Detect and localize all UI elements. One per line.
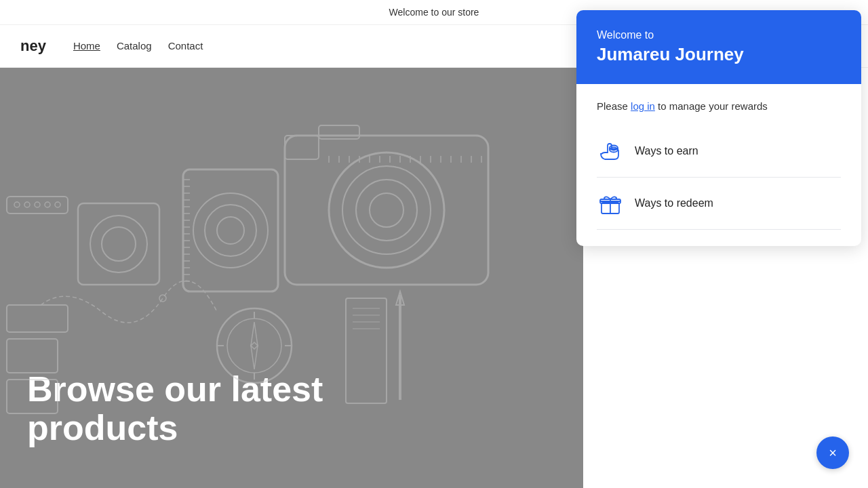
nav-links: Home Catalog Contact [73, 40, 203, 52]
rewards-welcome-to: Welcome to [597, 29, 841, 41]
hero-section: Browse our latest products [0, 0, 583, 488]
svg-point-25 [205, 205, 256, 256]
ways-to-redeem-item[interactable]: Ways to redeem [597, 178, 841, 230]
svg-point-51 [55, 202, 60, 207]
earn-label: Ways to earn [635, 145, 698, 157]
hero-illustration [0, 68, 583, 441]
svg-point-4 [370, 193, 403, 227]
svg-point-44 [90, 216, 147, 272]
redeem-icon [597, 190, 624, 217]
float-close-button[interactable]: × [816, 436, 849, 469]
svg-point-60 [227, 319, 281, 373]
rewards-body: Please log in to manage your rewards [576, 84, 861, 246]
rewards-header: Welcome to Jumareu Journey [576, 10, 861, 84]
nav-item-contact[interactable]: Contact [168, 40, 203, 52]
svg-rect-69 [7, 380, 58, 413]
ways-to-earn-item[interactable]: Ways to earn [597, 125, 841, 178]
svg-rect-68 [7, 339, 58, 373]
login-prefix: Please [597, 100, 631, 112]
svg-point-59 [217, 308, 292, 383]
svg-marker-66 [251, 346, 258, 369]
login-suffix: to manage your rewards [655, 100, 768, 112]
nav-logo: ney [20, 37, 46, 55]
rewards-panel: Welcome to Jumareu Journey Please log in… [576, 10, 861, 246]
rewards-brand-name: Jumareu Journey [597, 44, 841, 65]
announcement-text: Welcome to our store [389, 7, 479, 18]
close-icon: × [829, 446, 837, 460]
svg-point-48 [24, 202, 30, 207]
svg-point-47 [14, 202, 20, 207]
login-link[interactable]: log in [631, 100, 655, 112]
svg-rect-0 [285, 136, 488, 285]
svg-point-26 [217, 217, 244, 244]
svg-point-3 [356, 180, 417, 241]
earn-icon [597, 138, 624, 165]
svg-rect-23 [183, 169, 278, 291]
svg-marker-65 [251, 322, 258, 346]
redeem-label: Ways to redeem [635, 197, 713, 209]
svg-point-45 [102, 227, 136, 261]
page: Welcome to our store ney Home Catalog Co… [0, 0, 868, 488]
nav-item-home[interactable]: Home [73, 40, 100, 52]
nav-link-catalog[interactable]: Catalog [117, 40, 152, 52]
svg-rect-70 [7, 305, 68, 332]
svg-point-49 [35, 202, 40, 207]
nav-link-home[interactable]: Home [73, 40, 100, 52]
svg-rect-46 [7, 197, 68, 214]
rewards-login-text: Please log in to manage your rewards [597, 100, 841, 112]
svg-rect-5 [319, 125, 359, 139]
nav-item-catalog[interactable]: Catalog [117, 40, 152, 52]
nav-link-contact[interactable]: Contact [168, 40, 203, 52]
svg-rect-52 [346, 298, 387, 403]
svg-point-67 [159, 295, 166, 302]
svg-point-1 [329, 152, 444, 268]
svg-point-50 [45, 202, 50, 207]
